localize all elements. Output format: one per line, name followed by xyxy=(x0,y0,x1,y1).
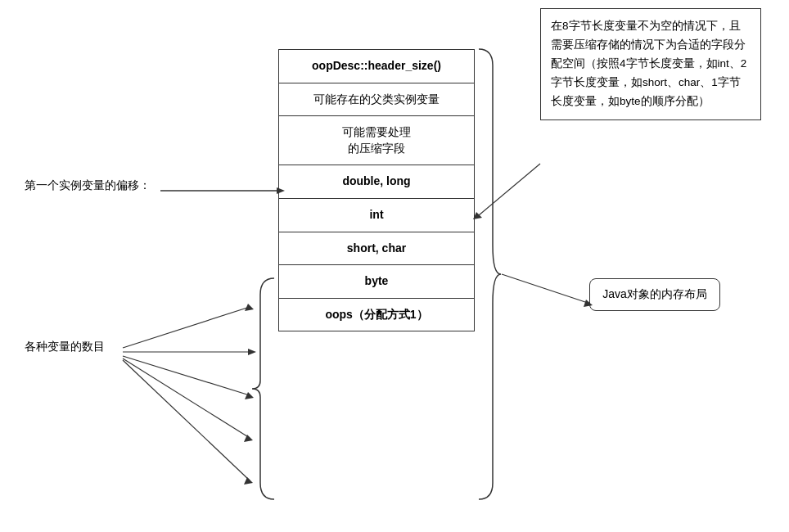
svg-marker-7 xyxy=(245,392,254,399)
main-table: oopDesc::header_size() 可能存在的父类实例变量 可能需要处… xyxy=(278,49,475,331)
diagram-container: 在8字节长度变量不为空的情况下，且需要压缩存储的情况下为合适的字段分配空间（按照… xyxy=(0,0,789,532)
svg-marker-5 xyxy=(248,349,256,355)
svg-line-6 xyxy=(123,356,250,395)
cell-oops: oops（分配方式1） xyxy=(279,298,475,331)
svg-marker-9 xyxy=(244,435,253,442)
cell-double-long: double, long xyxy=(279,165,475,199)
table-row: oops（分配方式1） xyxy=(279,298,475,331)
cell-header-size: oopDesc::header_size() xyxy=(279,50,475,83)
annotation-box: 在8字节长度变量不为空的情况下，且需要压缩存储的情况下为合适的字段分配空间（按照… xyxy=(540,8,761,120)
svg-line-14 xyxy=(479,164,540,215)
label-first-offset: 第一个实例变量的偏移： xyxy=(25,178,151,193)
svg-marker-11 xyxy=(244,477,253,485)
annotation-text: 在8字节长度变量不为空的情况下，且需要压缩存储的情况下为合适的字段分配空间（按照… xyxy=(551,20,746,107)
table-row: byte xyxy=(279,265,475,299)
cell-short-char: short, char xyxy=(279,232,475,265)
table-row: int xyxy=(279,198,475,232)
java-label-text: Java对象的内存布局 xyxy=(602,287,707,300)
table-row: short, char xyxy=(279,232,475,265)
svg-line-12 xyxy=(502,274,588,303)
cell-compress-fields: 可能需要处理的压缩字段 xyxy=(279,116,475,165)
svg-line-10 xyxy=(123,360,250,480)
table-row: double, long xyxy=(279,165,475,199)
table-row: oopDesc::header_size() xyxy=(279,50,475,83)
svg-line-2 xyxy=(123,307,250,348)
svg-marker-3 xyxy=(245,304,254,311)
table-row: 可能需要处理的压缩字段 xyxy=(279,116,475,165)
cell-byte: byte xyxy=(279,265,475,299)
cell-parent-vars: 可能存在的父类实例变量 xyxy=(279,83,475,116)
cell-int: int xyxy=(279,198,475,232)
table-row: 可能存在的父类实例变量 xyxy=(279,83,475,116)
java-label-box: Java对象的内存布局 xyxy=(589,278,720,311)
svg-line-8 xyxy=(123,358,250,438)
label-various-count: 各种变量的数目 xyxy=(25,340,105,354)
